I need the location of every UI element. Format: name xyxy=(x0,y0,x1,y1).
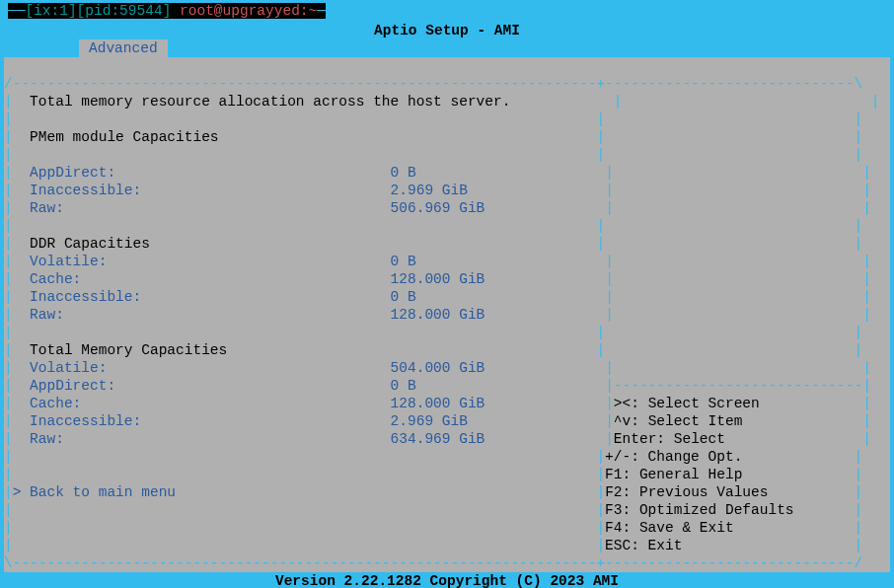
total-cache-label: Cache: xyxy=(30,396,81,411)
help-enter: Enter: Select xyxy=(614,431,725,447)
ddr-raw-value: 128.000 GiB xyxy=(391,307,485,323)
total-volatile-label: Volatile: xyxy=(30,360,107,376)
ddr-inaccessible-label: Inaccessible: xyxy=(30,289,141,305)
total-inaccessible-value: 2.969 GiB xyxy=(391,413,468,429)
back-to-main-menu[interactable]: > Back to main menu xyxy=(13,484,176,500)
setup-title: Aptio Setup - AMI xyxy=(374,23,520,38)
setup-header: Aptio Setup - AMI xyxy=(0,22,894,39)
total-appdirect-label: AppDirect: xyxy=(30,378,115,394)
help-select-item: ^v: Select Item xyxy=(614,413,743,429)
footer: Version 2.22.1282 Copyright (C) 2023 AMI xyxy=(0,572,894,588)
section-ddr: DDR Capacities xyxy=(30,236,150,252)
total-raw-value: 634.969 GiB xyxy=(391,431,485,447)
total-raw-label: Raw: xyxy=(30,431,64,447)
ddr-inaccessible-value: 0 B xyxy=(391,289,416,305)
pmem-raw-value: 506.969 GiB xyxy=(391,200,485,216)
total-cache-value: 128.000 GiB xyxy=(391,396,485,411)
total-appdirect-value: 0 B xyxy=(391,378,416,394)
user-host: root@upgrayyed:~ xyxy=(180,3,317,19)
pmem-appdirect-value: 0 B xyxy=(391,165,416,181)
ddr-volatile-label: Volatile: xyxy=(30,254,107,269)
ddr-cache-value: 128.000 GiB xyxy=(391,271,485,287)
help-select-screen: ><: Select Screen xyxy=(614,396,760,411)
ddr-raw-label: Raw: xyxy=(30,307,64,323)
tab-bar: Advanced xyxy=(0,39,894,57)
ddr-volatile-value: 0 B xyxy=(391,254,416,269)
help-change-opt: +/-: Change Opt. xyxy=(605,449,742,465)
section-pmem: PMem module Capacities xyxy=(30,129,218,145)
pmem-inaccessible-label: Inaccessible: xyxy=(30,183,141,198)
description: Total memory resource allocation across … xyxy=(30,94,510,110)
help-f3: F3: Optimized Defaults xyxy=(605,502,793,518)
session-info: [ix:1][pid:59544] xyxy=(25,3,171,19)
pmem-inaccessible-value: 2.969 GiB xyxy=(391,183,468,198)
main-panel: /---------------------------------------… xyxy=(4,57,890,572)
help-esc: ESC: Exit xyxy=(605,538,682,553)
total-inaccessible-label: Inaccessible: xyxy=(30,413,141,429)
version-text: Version 2.22.1282 Copyright (C) 2023 AMI xyxy=(275,573,619,588)
help-f1: F1: General Help xyxy=(605,467,742,482)
help-f2: F2: Previous Values xyxy=(605,484,768,500)
help-f4: F4: Save & Exit xyxy=(605,520,734,536)
ddr-cache-label: Cache: xyxy=(30,271,81,287)
pmem-raw-label: Raw: xyxy=(30,200,64,216)
total-volatile-value: 504.000 GiB xyxy=(391,360,485,376)
section-total: Total Memory Capacities xyxy=(30,342,227,358)
tab-advanced[interactable]: Advanced xyxy=(79,39,168,57)
terminal-titlebar: ──[ix:1][pid:59544] root@upgrayyed:~─ xyxy=(0,0,894,22)
pmem-appdirect-label: AppDirect: xyxy=(30,165,115,181)
